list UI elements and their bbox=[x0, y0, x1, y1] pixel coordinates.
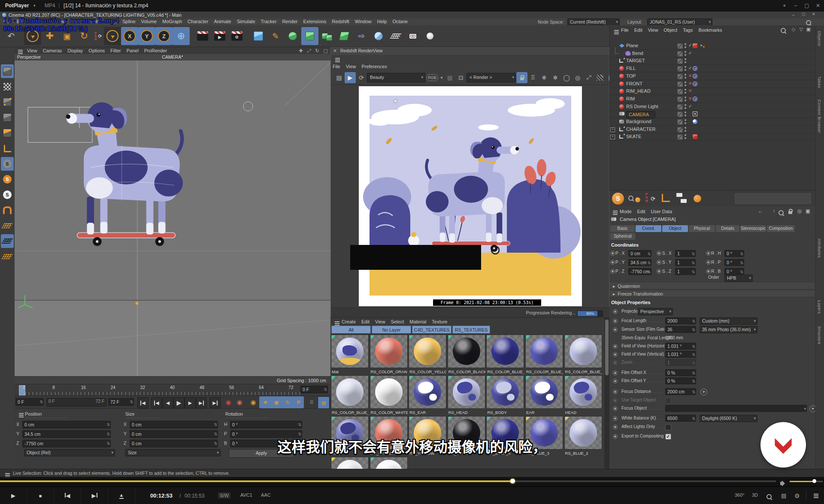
renderview-menu-0[interactable]: File bbox=[333, 64, 340, 69]
attribute-menu-0[interactable]: Mode bbox=[620, 209, 632, 214]
material-thumbnail[interactable]: RS_COLOR_BLUE_ bbox=[486, 335, 524, 375]
primitive-cube-icon[interactable] bbox=[250, 27, 267, 45]
object-row-target[interactable]: TARGET bbox=[610, 57, 815, 65]
material-thumbnail[interactable]: RS_COLOR_ORAN bbox=[370, 335, 408, 375]
enabled-check-icon[interactable]: ✓ bbox=[688, 104, 692, 109]
size-field[interactable]: 0 cm⇅ bbox=[130, 430, 218, 438]
object-row-plane[interactable]: Plane✓ bbox=[610, 42, 815, 50]
active-camera-tag[interactable] bbox=[693, 112, 697, 116]
range-start-field[interactable]: 0 F⇅ bbox=[15, 398, 44, 406]
visibility-dots[interactable] bbox=[685, 112, 686, 113]
model-mode-icon[interactable] bbox=[1, 64, 14, 78]
menu-16[interactable]: Redshift bbox=[332, 19, 349, 24]
target-tag[interactable] bbox=[693, 81, 697, 86]
menu-11[interactable]: Animate bbox=[214, 19, 231, 24]
editor-render-toggle[interactable] bbox=[677, 112, 683, 117]
playlist-icon[interactable]: ▤ bbox=[781, 492, 786, 499]
hamburger-icon[interactable] bbox=[19, 415, 24, 416]
coord-field[interactable]: 0 °⇅ bbox=[724, 268, 744, 275]
material-tab-0[interactable]: All bbox=[331, 326, 371, 333]
hamburger-icon[interactable] bbox=[18, 51, 23, 52]
prop-field[interactable]: 36⇅ bbox=[665, 326, 696, 333]
attribute-menu-2[interactable]: User Data bbox=[651, 209, 673, 214]
workplane-icon[interactable] bbox=[1, 219, 14, 232]
key-position-toggle[interactable]: ✚ bbox=[260, 397, 270, 407]
spinner-icon[interactable]: ⇅ bbox=[39, 398, 43, 405]
prop-field[interactable]: 6500⇅ bbox=[665, 415, 696, 422]
disabled-cross-icon[interactable]: ✕ bbox=[688, 96, 692, 101]
spinner-icon[interactable]: ⇅ bbox=[692, 415, 695, 422]
object-menu-4[interactable]: Tags bbox=[683, 27, 693, 33]
goto-start-button[interactable]: ◀ bbox=[137, 397, 148, 408]
prop-checkbox[interactable] bbox=[665, 424, 671, 430]
position-field[interactable]: 0 cm⇅ bbox=[22, 421, 111, 429]
timeline-window-icon[interactable]: ▤ bbox=[318, 396, 330, 409]
snapshot-icon[interactable]: ▤ bbox=[333, 72, 345, 83]
material-menu-2[interactable]: View bbox=[375, 319, 385, 324]
material-menu-3[interactable]: Select bbox=[391, 319, 404, 324]
goto-end-button[interactable]: ▶ bbox=[209, 397, 221, 408]
renderview-menu-1[interactable]: View bbox=[346, 64, 356, 69]
pass-select[interactable]: Beauty▾ bbox=[367, 73, 425, 82]
keyframe-dot[interactable] bbox=[613, 406, 618, 411]
scrollbar-thumb[interactable] bbox=[605, 320, 609, 375]
maximize-icon[interactable]: ▢ bbox=[802, 3, 812, 9]
lock-icon[interactable] bbox=[516, 72, 527, 83]
refresh-icon[interactable]: ⟳ bbox=[651, 196, 655, 202]
up-icon[interactable]: ↑ bbox=[772, 208, 775, 214]
keyframe-dot[interactable] bbox=[613, 360, 618, 365]
light-tool-icon[interactable] bbox=[421, 27, 439, 45]
keyframe-dot[interactable] bbox=[706, 260, 711, 265]
coordinate-system-icon[interactable]: ⊕ bbox=[173, 27, 190, 45]
axis-icon[interactable] bbox=[662, 194, 670, 202]
spinner-icon[interactable]: ⇅ bbox=[214, 431, 217, 438]
spinner-icon[interactable]: ⇅ bbox=[106, 431, 110, 438]
key-rotation-toggle[interactable]: ↻ bbox=[282, 397, 293, 407]
maximize-icon[interactable]: ▢ bbox=[802, 12, 806, 16]
tab-stereoscopic[interactable]: Stereoscopic bbox=[740, 225, 766, 232]
play-button[interactable]: ▶ bbox=[173, 397, 185, 408]
viewport-menu-1[interactable]: Cameras bbox=[43, 48, 62, 53]
rotation-field[interactable]: 0 °⇅ bbox=[230, 421, 302, 429]
side-tab-bottom-1[interactable]: Layers bbox=[817, 300, 822, 314]
keyframe-dot[interactable] bbox=[613, 379, 618, 383]
visibility-dots[interactable] bbox=[685, 89, 686, 91]
keyframe-dot[interactable] bbox=[613, 327, 618, 332]
menu-19[interactable]: Octane bbox=[392, 19, 407, 24]
spinner-icon[interactable]: ⇅ bbox=[691, 269, 695, 275]
object-row-bend[interactable]: Bend✓ bbox=[610, 50, 815, 57]
object-menu-2[interactable]: View bbox=[648, 27, 658, 33]
search-icon[interactable] bbox=[779, 209, 784, 217]
floor-grid-icon[interactable] bbox=[387, 27, 404, 45]
material-thumbnail[interactable]: RS_COLOR_BLUE_ bbox=[525, 335, 563, 375]
visibility-dots[interactable] bbox=[685, 81, 686, 83]
coord-field[interactable]: 1⇅ bbox=[675, 250, 696, 257]
prop-field[interactable]: 1⇅ bbox=[665, 359, 696, 366]
editor-render-toggle[interactable] bbox=[677, 97, 683, 102]
tab-composition[interactable]: Composition bbox=[767, 225, 795, 232]
material-thumbnail[interactable]: RS_COLOR_WHITE bbox=[370, 375, 408, 416]
editor-render-toggle[interactable] bbox=[677, 58, 683, 64]
tab-details[interactable]: Details bbox=[716, 225, 739, 232]
viewport-menu-4[interactable]: Filter bbox=[110, 48, 121, 53]
keyframe-dot[interactable] bbox=[706, 269, 711, 274]
coord-field[interactable]: 1⇅ bbox=[675, 259, 696, 266]
subdivision-surface-icon[interactable] bbox=[284, 27, 301, 45]
menu-10[interactable]: Character bbox=[188, 19, 208, 24]
material-thumbnail[interactable]: RS_COLOR_BLUE_ bbox=[331, 375, 369, 416]
viewport-menu-6[interactable]: ProRender bbox=[144, 48, 167, 53]
snap-mode-icon[interactable]: S bbox=[1, 157, 14, 171]
spinner-icon[interactable]: ⇅ bbox=[692, 318, 695, 325]
psr-icon[interactable]: PSR bbox=[645, 193, 650, 203]
spinner-icon[interactable]: ⇅ bbox=[214, 440, 217, 447]
keyframe-dot[interactable] bbox=[613, 352, 618, 357]
record-button[interactable]: ◉ bbox=[223, 397, 233, 407]
node-boxes-icon[interactable] bbox=[676, 193, 682, 197]
attribute-menu-1[interactable]: Edit bbox=[637, 209, 645, 214]
magnet-snap-icon[interactable] bbox=[1, 203, 14, 217]
volume-handle[interactable] bbox=[812, 479, 816, 483]
menu-12[interactable]: Simulate bbox=[237, 19, 255, 24]
object-row-fill[interactable]: FILL✓ bbox=[610, 65, 815, 72]
volume-icon[interactable] bbox=[780, 482, 783, 485]
scrollbar[interactable] bbox=[604, 318, 609, 469]
